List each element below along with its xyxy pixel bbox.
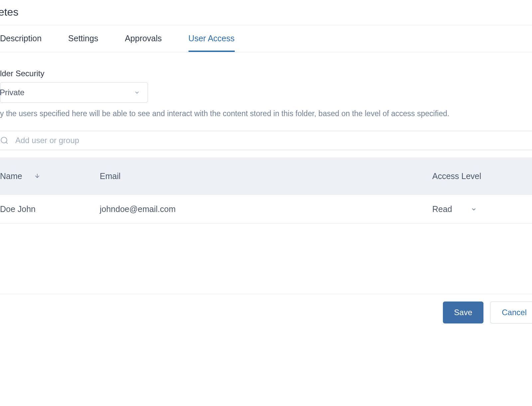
table-header: Name Email Access Level bbox=[0, 157, 532, 195]
page-title: hletes bbox=[0, 0, 532, 25]
column-header-name[interactable]: Name bbox=[0, 171, 100, 181]
svg-point-0 bbox=[1, 137, 7, 143]
folder-security-label: lder Security bbox=[0, 69, 532, 78]
chevron-down-icon bbox=[471, 206, 477, 212]
search-bar bbox=[0, 131, 532, 150]
search-icon bbox=[0, 136, 9, 145]
tab-settings[interactable]: Settings bbox=[68, 25, 98, 52]
tab-user-access[interactable]: User Access bbox=[189, 25, 235, 52]
folder-security-select[interactable]: Private bbox=[0, 82, 148, 103]
sort-arrow-down-icon bbox=[34, 172, 41, 179]
svg-line-1 bbox=[6, 142, 8, 144]
user-name: Doe John bbox=[0, 204, 100, 214]
column-header-access-level[interactable]: Access Level bbox=[432, 171, 532, 181]
cancel-button[interactable]: Cancel bbox=[490, 302, 532, 323]
table-row: Doe John johndoe@email.com Read bbox=[0, 195, 532, 224]
tabs: Description Settings Approvals User Acce… bbox=[0, 25, 532, 52]
chevron-down-icon bbox=[134, 90, 140, 96]
folder-security-value: Private bbox=[0, 88, 25, 97]
add-user-input[interactable] bbox=[15, 136, 532, 145]
save-button[interactable]: Save bbox=[443, 302, 484, 323]
user-email: johndoe@email.com bbox=[100, 204, 432, 214]
footer-actions: Save Cancel bbox=[0, 294, 532, 323]
tab-description[interactable]: Description bbox=[0, 25, 42, 52]
column-name-label: Name bbox=[0, 171, 22, 181]
access-level-select[interactable]: Read bbox=[432, 204, 532, 214]
tab-approvals[interactable]: Approvals bbox=[125, 25, 162, 52]
access-level-value: Read bbox=[432, 204, 452, 214]
column-header-email[interactable]: Email bbox=[100, 171, 432, 181]
folder-security-helper: y the users specified here will be able … bbox=[0, 108, 532, 119]
